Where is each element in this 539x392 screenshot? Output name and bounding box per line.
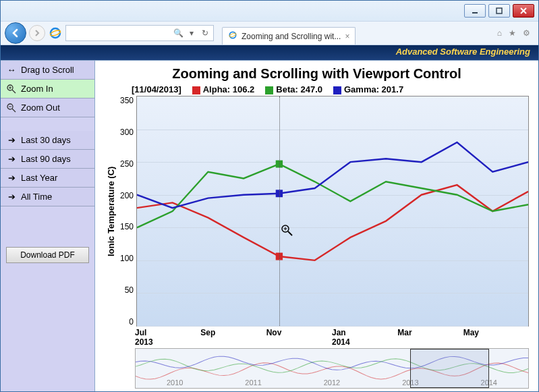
minimize-button[interactable] <box>464 4 486 18</box>
zoom-in-icon <box>6 84 17 94</box>
svg-line-16 <box>288 231 292 235</box>
download-pdf-button[interactable]: Download PDF <box>6 247 89 263</box>
svg-point-6 <box>229 32 235 38</box>
svg-line-9 <box>12 90 16 93</box>
y-tick: 300 <box>120 128 134 137</box>
browser-tab[interactable]: Zooming and Scrolling wit... × <box>222 27 356 45</box>
refresh-icon[interactable]: ↻ <box>200 28 210 38</box>
svg-line-13 <box>12 109 16 112</box>
window-titlebar <box>1 1 538 21</box>
x-tick: Jan2014 <box>332 328 397 348</box>
y-tick: 350 <box>120 96 134 105</box>
drag-icon: ↔ <box>6 65 17 76</box>
tab-strip: Zooming and Scrolling wit... × <box>222 22 490 45</box>
home-icon[interactable]: ⌂ <box>497 28 502 38</box>
last-30-label: Last 30 days <box>21 135 71 145</box>
overview-chart[interactable]: 20102011201220132014 <box>135 348 529 389</box>
y-tick: 100 <box>120 254 134 263</box>
zoom-in-button[interactable]: Zoom In <box>1 80 94 99</box>
viewport-window[interactable] <box>410 349 488 388</box>
chart-area: Zooming and Scrolling with Viewport Cont… <box>95 61 538 391</box>
chart-title: Zooming and Scrolling with Viewport Cont… <box>105 66 529 82</box>
chart-legend: [11/04/2013] Alpha: 106.2 Beta: 247.0 Ga… <box>105 84 529 94</box>
crosshair-line <box>279 96 280 326</box>
zoom-in-label: Zoom In <box>21 84 53 94</box>
tools-icon[interactable]: ⚙ <box>523 28 530 38</box>
drag-to-scroll-button[interactable]: ↔ Drag to Scroll <box>1 61 94 80</box>
back-button[interactable] <box>5 22 26 44</box>
navbar-right-icons: ⌂ ★ ⚙ <box>493 28 534 38</box>
alpha-swatch <box>192 86 200 94</box>
address-bar[interactable]: 🔍 ▾ ↻ <box>65 25 214 41</box>
content-area: ↔ Drag to Scroll Zoom In Zoom Out ➔Last … <box>1 60 538 391</box>
all-time-button[interactable]: ➔All Time <box>1 188 94 206</box>
forward-button[interactable] <box>29 25 45 41</box>
close-button[interactable] <box>513 4 534 18</box>
last-90-button[interactable]: ➔Last 90 days <box>1 150 94 169</box>
y-tick: 200 <box>120 191 134 200</box>
overview-year: 2010 <box>167 379 183 387</box>
plot-region[interactable] <box>136 96 529 327</box>
y-axis: 350300250200150100500 <box>117 96 136 327</box>
y-tick: 50 <box>125 285 134 295</box>
ie-tab-icon <box>228 30 237 42</box>
crosshair-date: [11/04/2013] <box>132 84 181 94</box>
arrow-icon: ➔ <box>6 135 17 146</box>
last-30-button[interactable]: ➔Last 30 days <box>1 131 94 150</box>
brand-bar: Advanced Software Engineering <box>1 45 538 60</box>
x-tick: Sep <box>200 328 266 348</box>
overview-year: 2011 <box>245 379 261 387</box>
svg-rect-1 <box>497 8 502 13</box>
svg-point-4 <box>51 28 60 38</box>
series-alpha[interactable] <box>137 185 528 260</box>
overview-year: 2012 <box>324 379 340 387</box>
ie-logo-icon <box>48 26 63 40</box>
drag-label: Drag to Scroll <box>21 65 74 75</box>
browser-window: 🔍 ▾ ↻ Zooming and Scrolling wit... × ⌂ ★… <box>0 0 539 392</box>
zoom-out-icon <box>6 103 17 113</box>
x-axis: Jul2013SepNovJan2014MarMay <box>105 328 529 348</box>
legend-alpha: Alpha: 106.2 <box>192 84 255 94</box>
tab-close-icon[interactable]: × <box>345 32 349 41</box>
zoom-cursor-icon <box>281 225 293 239</box>
x-tick: Nov <box>266 328 332 348</box>
x-tick: Mar <box>397 328 463 348</box>
y-tick: 150 <box>120 222 134 231</box>
legend-beta: Beta: 247.0 <box>265 84 322 94</box>
search-icon[interactable]: 🔍 <box>173 28 183 38</box>
navbar: 🔍 ▾ ↻ Zooming and Scrolling wit... × ⌂ ★… <box>1 21 538 45</box>
chart-svg[interactable] <box>137 96 528 326</box>
zoom-out-button[interactable]: Zoom Out <box>1 99 94 117</box>
plot-container: Ionic Temperature (C) 350300250200150100… <box>105 96 529 327</box>
all-time-label: All Time <box>21 192 52 202</box>
y-tick: 250 <box>120 159 134 169</box>
x-tick: Jul2013 <box>135 328 200 348</box>
last-year-button[interactable]: ➔Last Year <box>1 169 94 188</box>
zoom-out-label: Zoom Out <box>21 103 60 113</box>
sidebar: ↔ Drag to Scroll Zoom In Zoom Out ➔Last … <box>1 61 95 391</box>
url-input[interactable] <box>69 26 170 40</box>
dropdown-icon[interactable]: ▾ <box>186 28 197 38</box>
last-year-label: Last Year <box>21 173 57 183</box>
favorites-icon[interactable]: ★ <box>509 28 516 38</box>
y-axis-title: Ionic Temperature (C) <box>105 96 117 327</box>
series-beta[interactable] <box>137 164 528 227</box>
last-90-label: Last 90 days <box>21 154 71 164</box>
tab-title: Zooming and Scrolling wit... <box>242 32 341 41</box>
arrow-icon: ➔ <box>6 154 17 165</box>
arrow-icon: ➔ <box>6 192 17 202</box>
x-tick: May <box>463 328 529 348</box>
arrow-icon: ➔ <box>6 173 17 184</box>
gamma-swatch <box>333 86 341 94</box>
series-gamma[interactable] <box>137 142 528 208</box>
maximize-button[interactable] <box>488 4 510 18</box>
beta-swatch <box>265 86 273 94</box>
y-tick: 0 <box>129 317 134 327</box>
legend-gamma: Gamma: 201.7 <box>333 84 403 94</box>
